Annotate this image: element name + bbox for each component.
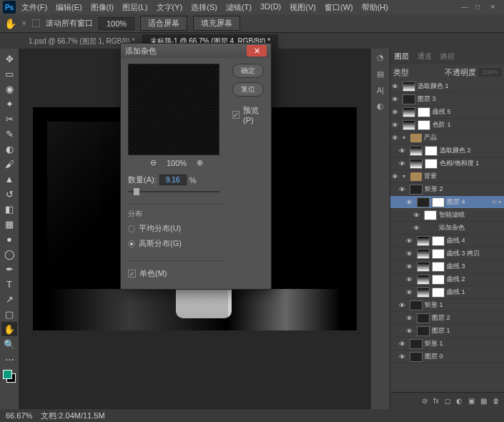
wand-tool[interactable]: ✦ bbox=[1, 97, 17, 111]
visibility-icon[interactable]: 👁 bbox=[406, 328, 415, 335]
dialog-titlebar[interactable]: 添加杂色 ✕ bbox=[121, 44, 271, 58]
minimize-button[interactable]: — bbox=[461, 3, 470, 11]
layers-tab[interactable]: 图层 bbox=[395, 51, 409, 62]
move-tool[interactable]: ✥ bbox=[1, 51, 17, 66]
layer-row[interactable]: 👁图层 4fx ▾ bbox=[390, 196, 504, 209]
visibility-icon[interactable]: 👁 bbox=[399, 147, 407, 154]
visibility-icon[interactable]: 👁 bbox=[392, 134, 400, 142]
layer-row[interactable]: 👁曲线 1 bbox=[390, 286, 504, 299]
visibility-icon[interactable]: 👁 bbox=[406, 276, 415, 283]
zoom-in-icon[interactable]: ⊕ bbox=[197, 158, 203, 167]
blur-tool[interactable]: ● bbox=[1, 232, 17, 246]
layer-row[interactable]: 👁▾背景 bbox=[390, 170, 504, 183]
menu-item[interactable]: 窗口(W) bbox=[320, 1, 357, 14]
visibility-icon[interactable]: 👁 bbox=[399, 353, 407, 360]
amount-slider[interactable] bbox=[128, 187, 219, 197]
status-zoom[interactable]: 66.67% bbox=[6, 411, 32, 420]
adjustment-layer-icon[interactable]: ◐ bbox=[456, 397, 463, 405]
visibility-icon[interactable]: 👁 bbox=[406, 315, 415, 322]
fill-screen-button[interactable]: 填充屏幕 bbox=[193, 16, 240, 31]
layer-row[interactable]: 👁色相/饱和度 1 bbox=[390, 157, 504, 170]
ok-button[interactable]: 确定 bbox=[232, 64, 264, 78]
zoom-out-icon[interactable]: ⊖ bbox=[150, 158, 157, 167]
monochrome-checkbox[interactable]: ✓单色(M) bbox=[128, 260, 225, 279]
menu-item[interactable]: 滤镜(T) bbox=[222, 1, 256, 14]
paths-tab[interactable]: 路径 bbox=[440, 51, 455, 62]
layer-row[interactable]: 👁色阶 1 bbox=[390, 119, 504, 132]
layer-list[interactable]: 👁选取颜色 1👁图层 3👁曲线 5👁色阶 1👁▾产品👁选取颜色 2👁色相/饱和度… bbox=[390, 80, 504, 392]
character-panel-icon[interactable]: A| bbox=[377, 86, 384, 94]
crop-tool[interactable]: ✂ bbox=[1, 112, 17, 126]
properties-panel-icon[interactable]: ◐ bbox=[377, 102, 384, 111]
menu-item[interactable]: 文件(F) bbox=[17, 1, 51, 14]
layer-fx-icon[interactable]: fx bbox=[433, 397, 439, 405]
path-tool[interactable]: ↗ bbox=[1, 292, 17, 306]
menu-item[interactable]: 图层(L) bbox=[118, 1, 152, 14]
visibility-icon[interactable]: 👁 bbox=[399, 302, 407, 309]
layer-row[interactable]: 👁智能滤镜 bbox=[390, 209, 504, 222]
menu-item[interactable]: 3D(D) bbox=[256, 1, 285, 14]
layer-row[interactable]: 👁图层 1 bbox=[390, 325, 504, 338]
dialog-close-button[interactable]: ✕ bbox=[247, 45, 267, 57]
gradient-tool[interactable]: ▦ bbox=[1, 217, 17, 231]
layer-row[interactable]: 👁图层 3 bbox=[390, 93, 504, 106]
group-icon[interactable]: ▣ bbox=[468, 397, 475, 405]
visibility-icon[interactable]: 👁 bbox=[392, 109, 400, 116]
opacity-input[interactable]: 100% bbox=[479, 68, 501, 77]
layer-row[interactable]: 👁选取颜色 1 bbox=[390, 80, 504, 93]
layer-row[interactable]: 👁图层 0 bbox=[390, 350, 504, 363]
visibility-icon[interactable]: 👁 bbox=[392, 83, 400, 90]
lasso-tool[interactable]: ◉ bbox=[1, 82, 17, 96]
layer-row[interactable]: 👁矩形 2 bbox=[390, 183, 504, 196]
eyedropper-tool[interactable]: ✎ bbox=[1, 127, 17, 141]
visibility-icon[interactable]: 👁 bbox=[413, 212, 422, 219]
layer-row[interactable]: 👁曲线 5 bbox=[390, 106, 504, 119]
menu-item[interactable]: 选择(S) bbox=[187, 1, 222, 14]
menu-item[interactable]: 编辑(E) bbox=[51, 1, 87, 14]
menu-item[interactable]: 帮助(H) bbox=[357, 1, 392, 14]
uniform-radio[interactable]: 平均分布(U) bbox=[128, 223, 225, 234]
stamp-tool[interactable]: ▲ bbox=[1, 172, 17, 186]
close-window-button[interactable]: ✕ bbox=[490, 3, 498, 11]
visibility-icon[interactable]: 👁 bbox=[399, 186, 407, 193]
zoom-level-input[interactable]: 100% bbox=[99, 17, 134, 30]
edit-toolbar[interactable]: ⋯ bbox=[1, 352, 17, 366]
visibility-icon[interactable]: 👁 bbox=[406, 250, 415, 257]
brush-tool[interactable]: 🖌 bbox=[1, 157, 17, 171]
visibility-icon[interactable]: 👁 bbox=[392, 96, 400, 103]
eraser-tool[interactable]: ◧ bbox=[1, 202, 17, 216]
maximize-button[interactable]: □ bbox=[475, 3, 484, 11]
heal-tool[interactable]: ◐ bbox=[1, 142, 17, 156]
gaussian-radio[interactable]: 高斯分布(G) bbox=[128, 238, 225, 249]
visibility-icon[interactable]: 👁 bbox=[392, 173, 400, 180]
layer-row[interactable]: 👁曲线 2 bbox=[390, 273, 504, 286]
visibility-icon[interactable]: 👁 bbox=[399, 160, 407, 167]
channels-tab[interactable]: 通道 bbox=[417, 51, 432, 62]
history-panel-icon[interactable]: ◔ bbox=[377, 53, 384, 62]
marquee-tool[interactable]: ▭ bbox=[1, 67, 17, 81]
fx-badge[interactable]: fx ▾ bbox=[493, 199, 501, 205]
visibility-icon[interactable]: 👁 bbox=[399, 340, 407, 348]
layer-row[interactable]: 👁矩形 1 bbox=[390, 338, 504, 350]
shape-tool[interactable]: ▢ bbox=[1, 307, 17, 321]
menu-item[interactable]: 视图(V) bbox=[285, 1, 320, 14]
type-tool[interactable]: T bbox=[1, 277, 17, 291]
layer-row[interactable]: 👁曲线 4 bbox=[390, 235, 504, 247]
layer-mask-icon[interactable]: ◻ bbox=[445, 397, 450, 405]
fit-screen-button[interactable]: 适合屏幕 bbox=[140, 16, 187, 31]
cancel-button[interactable]: 复位 bbox=[232, 82, 264, 97]
visibility-icon[interactable]: 👁 bbox=[413, 225, 422, 232]
layer-row[interactable]: 👁曲线 3 bbox=[390, 260, 504, 273]
color-swatch[interactable] bbox=[3, 370, 16, 383]
pen-tool[interactable]: ✒ bbox=[1, 262, 17, 276]
link-layers-icon[interactable]: ⊘ bbox=[422, 397, 428, 405]
visibility-icon[interactable]: 👁 bbox=[406, 263, 415, 270]
visibility-icon[interactable]: 👁 bbox=[406, 237, 415, 245]
layer-row[interactable]: 👁矩形 1 bbox=[390, 299, 504, 312]
history-brush-tool[interactable]: ↺ bbox=[1, 187, 17, 201]
layer-row[interactable]: 👁▾产品 bbox=[390, 132, 504, 144]
visibility-icon[interactable]: 👁 bbox=[406, 199, 415, 206]
layer-row[interactable]: 👁图层 2 bbox=[390, 312, 504, 325]
scroll-all-checkbox[interactable] bbox=[32, 19, 40, 27]
layer-row[interactable]: 👁添加杂色 bbox=[390, 222, 504, 235]
